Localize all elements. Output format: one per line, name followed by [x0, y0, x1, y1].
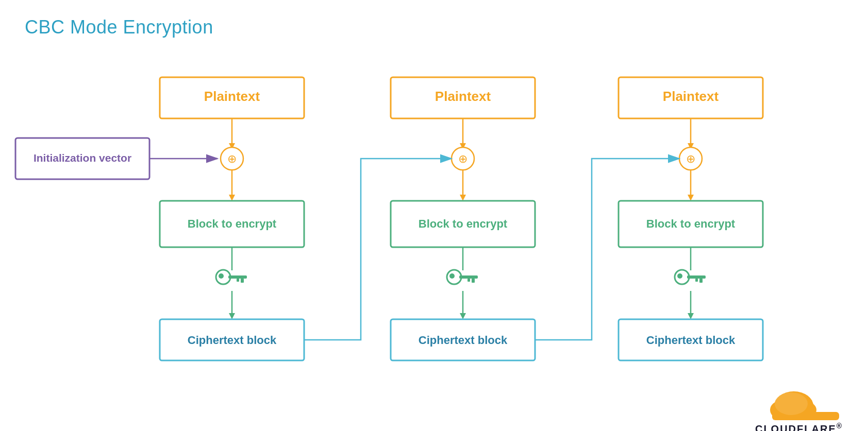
svg-text:Plaintext: Plaintext: [435, 89, 491, 104]
diagram: Plaintext ⊕ Block to encrypt Ciphertext …: [0, 46, 868, 431]
svg-text:Plaintext: Plaintext: [663, 89, 719, 104]
svg-rect-56: [699, 279, 703, 283]
page-title: CBC Mode Encryption: [25, 16, 213, 38]
svg-text:Ciphertext block: Ciphertext block: [646, 334, 736, 347]
svg-point-15: [219, 273, 224, 279]
svg-text:Ciphertext block: Ciphertext block: [419, 334, 508, 347]
svg-text:Plaintext: Plaintext: [204, 89, 260, 104]
svg-text:⊕: ⊕: [227, 152, 237, 165]
svg-text:Block to encrypt: Block to encrypt: [188, 217, 277, 230]
svg-rect-13: [241, 279, 244, 283]
svg-text:Block to encrypt: Block to encrypt: [419, 217, 508, 230]
svg-text:Block to encrypt: Block to encrypt: [646, 217, 736, 230]
svg-rect-35: [459, 275, 478, 279]
svg-text:Ciphertext block: Ciphertext block: [188, 334, 277, 347]
svg-rect-36: [472, 279, 475, 283]
svg-text:⊕: ⊕: [686, 152, 695, 165]
svg-rect-55: [687, 275, 706, 279]
svg-text:CLOUDFLARE®: CLOUDFLARE®: [755, 422, 843, 431]
svg-rect-57: [695, 279, 698, 282]
svg-marker-40: [460, 313, 466, 319]
svg-marker-50: [688, 195, 694, 201]
svg-text:Initialization vector: Initialization vector: [34, 152, 131, 164]
svg-rect-14: [237, 279, 239, 282]
svg-point-58: [677, 273, 682, 279]
svg-point-38: [449, 273, 455, 279]
svg-marker-7: [229, 195, 235, 201]
svg-marker-17: [229, 313, 235, 319]
svg-text:⊕: ⊕: [458, 152, 468, 165]
svg-rect-37: [468, 279, 470, 282]
svg-rect-12: [228, 275, 247, 279]
svg-marker-30: [460, 195, 466, 201]
svg-marker-60: [688, 313, 694, 319]
svg-point-69: [775, 392, 808, 415]
